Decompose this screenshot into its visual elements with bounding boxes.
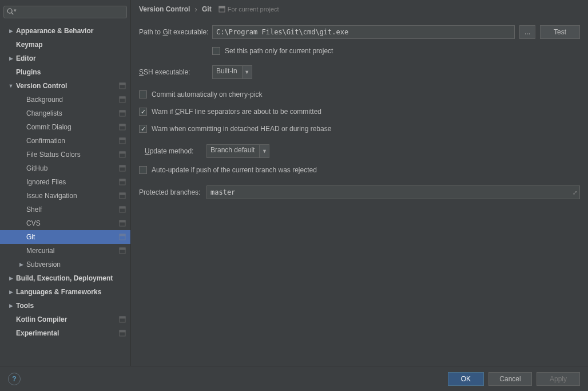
sidebar-item-github[interactable]: GitHub xyxy=(0,161,130,175)
tree-arrow-spacer xyxy=(18,179,24,185)
svg-rect-23 xyxy=(120,220,125,222)
test-button[interactable]: Test xyxy=(540,25,580,39)
cherrypick-label: Commit automatically on cherry-pick xyxy=(152,90,262,98)
sidebar-item-label: Commit Dialog xyxy=(26,123,71,131)
project-scope-icon xyxy=(119,110,126,117)
sidebar-item-label: Appearance & Behavior xyxy=(16,27,93,35)
expand-icon[interactable]: ⤢ xyxy=(570,189,579,196)
autoupdate-label: Auto-update if push of the current branc… xyxy=(152,166,317,174)
sidebar-item-languages-frameworks[interactable]: ▶Languages & Frameworks xyxy=(0,285,130,299)
tree-arrow-spacer xyxy=(18,248,24,254)
ok-button[interactable]: OK xyxy=(448,372,484,386)
sidebar-item-plugins[interactable]: Plugins xyxy=(0,65,130,79)
sidebar-item-label: Changelists xyxy=(26,109,62,117)
breadcrumb-root[interactable]: Version Control xyxy=(139,5,190,13)
svg-rect-5 xyxy=(120,97,125,98)
crlf-warn-checkbox[interactable] xyxy=(139,108,147,116)
search-dropdown-icon[interactable]: ▾ xyxy=(14,7,17,13)
autoupdate-checkbox[interactable] xyxy=(139,166,147,174)
help-button[interactable]: ? xyxy=(8,373,21,385)
sidebar-search: ▾ xyxy=(3,6,127,18)
ssh-executable-select[interactable]: Built-in ▼ xyxy=(212,65,252,79)
update-method-select[interactable]: Branch default ▼ xyxy=(206,144,269,158)
sidebar-item-background[interactable]: Background xyxy=(0,93,130,106)
sidebar-item-appearance-behavior[interactable]: ▶Appearance & Behavior xyxy=(0,24,130,38)
tree-arrow-icon[interactable]: ▶ xyxy=(8,28,14,34)
chevron-right-icon: › xyxy=(194,5,197,14)
sidebar-item-label: Ignored Files xyxy=(26,178,66,186)
project-scope-icon xyxy=(119,192,126,199)
project-scope-icon xyxy=(119,330,126,337)
project-scope-icon xyxy=(119,96,126,103)
sidebar-item-label: File Status Colors xyxy=(26,151,81,159)
project-scope-icon xyxy=(119,151,126,158)
git-path-label: Path to Git executable: xyxy=(139,28,212,36)
chevron-down-icon[interactable]: ▼ xyxy=(259,144,269,158)
tree-arrow-icon[interactable]: ▶ xyxy=(8,303,14,309)
sidebar-item-confirmation[interactable]: Confirmation xyxy=(0,134,130,148)
sidebar-item-changelists[interactable]: Changelists xyxy=(0,106,130,120)
project-scope-icon xyxy=(119,124,126,131)
sidebar-item-issue-navigation[interactable]: Issue Navigation xyxy=(0,189,130,203)
svg-rect-3 xyxy=(120,83,125,85)
set-path-only-checkbox[interactable] xyxy=(212,47,220,55)
tree-arrow-spacer xyxy=(18,207,24,212)
tree-arrow-spacer xyxy=(18,234,24,240)
sidebar-item-shelf[interactable]: Shelf xyxy=(0,203,130,216)
sidebar-item-subversion[interactable]: ▶Subversion xyxy=(0,258,130,271)
sidebar-item-label: Issue Navigation xyxy=(26,192,77,200)
project-scope-icon xyxy=(119,247,126,254)
detached-warn-checkbox[interactable] xyxy=(139,125,147,133)
tree-arrow-icon[interactable]: ▼ xyxy=(8,83,14,89)
chevron-down-icon[interactable]: ▼ xyxy=(242,65,252,79)
project-scope-icon xyxy=(119,316,126,323)
svg-rect-13 xyxy=(120,152,125,153)
tree-arrow-spacer xyxy=(18,110,24,116)
project-scope-icon xyxy=(119,165,126,172)
project-scope-icon xyxy=(119,206,126,213)
tree-arrow-icon[interactable]: ▶ xyxy=(18,262,24,267)
sidebar-item-git[interactable]: Git xyxy=(0,230,130,244)
cancel-button[interactable]: Cancel xyxy=(488,372,532,386)
sidebar-item-tools[interactable]: ▶Tools xyxy=(0,299,130,313)
sidebar-item-mercurial[interactable]: Mercurial xyxy=(0,244,130,258)
sidebar-item-kotlin-compiler[interactable]: Kotlin Compiler xyxy=(0,313,130,326)
search-input[interactable] xyxy=(3,6,127,18)
project-scope-icon xyxy=(119,220,126,227)
project-scope-icon xyxy=(119,137,126,144)
sidebar-item-commit-dialog[interactable]: Commit Dialog xyxy=(0,120,130,134)
tree-arrow-spacer xyxy=(18,124,24,130)
sidebar-item-keymap[interactable]: Keymap xyxy=(0,38,130,52)
protected-branches-input[interactable] xyxy=(207,186,570,199)
svg-rect-15 xyxy=(120,165,125,167)
sidebar-item-label: Build, Execution, Deployment xyxy=(16,274,113,282)
dialog-button-bar: ? OK Cancel Apply xyxy=(0,366,588,391)
sidebar-item-file-status-colors[interactable]: File Status Colors xyxy=(0,148,130,161)
tree-arrow-icon[interactable]: ▶ xyxy=(8,56,14,61)
sidebar-item-label: CVS xyxy=(26,219,41,227)
apply-button[interactable]: Apply xyxy=(537,372,580,386)
sidebar-item-label: Editor xyxy=(16,54,36,62)
sidebar-item-editor[interactable]: ▶Editor xyxy=(0,52,130,65)
tree-arrow-icon[interactable]: ▶ xyxy=(8,275,14,281)
set-path-only-label: Set this path only for current project xyxy=(225,47,333,55)
sidebar-item-cvs[interactable]: CVS xyxy=(0,216,130,230)
svg-rect-25 xyxy=(120,234,125,236)
svg-rect-19 xyxy=(120,193,125,195)
detached-warn-label: Warn when committing in detached HEAD or… xyxy=(152,125,331,133)
sidebar-item-version-control[interactable]: ▼Version Control xyxy=(0,79,130,93)
svg-rect-29 xyxy=(120,317,125,318)
svg-rect-33 xyxy=(219,6,225,8)
tree-arrow-spacer xyxy=(18,138,24,144)
settings-sidebar: ▾ ▶Appearance & Behavior Keymap▶Editor P… xyxy=(0,0,131,366)
svg-rect-7 xyxy=(120,110,125,112)
sidebar-item-ignored-files[interactable]: Ignored Files xyxy=(0,175,130,189)
sidebar-item-experimental[interactable]: Experimental xyxy=(0,326,130,340)
tree-arrow-icon[interactable]: ▶ xyxy=(8,289,14,295)
cherrypick-checkbox[interactable] xyxy=(139,90,147,98)
sidebar-item-build-execution-deployment[interactable]: ▶Build, Execution, Deployment xyxy=(0,271,130,285)
browse-button[interactable]: ... xyxy=(519,25,535,39)
svg-rect-11 xyxy=(120,138,125,140)
tree-arrow-spacer xyxy=(18,193,24,199)
git-path-input[interactable] xyxy=(212,25,515,39)
